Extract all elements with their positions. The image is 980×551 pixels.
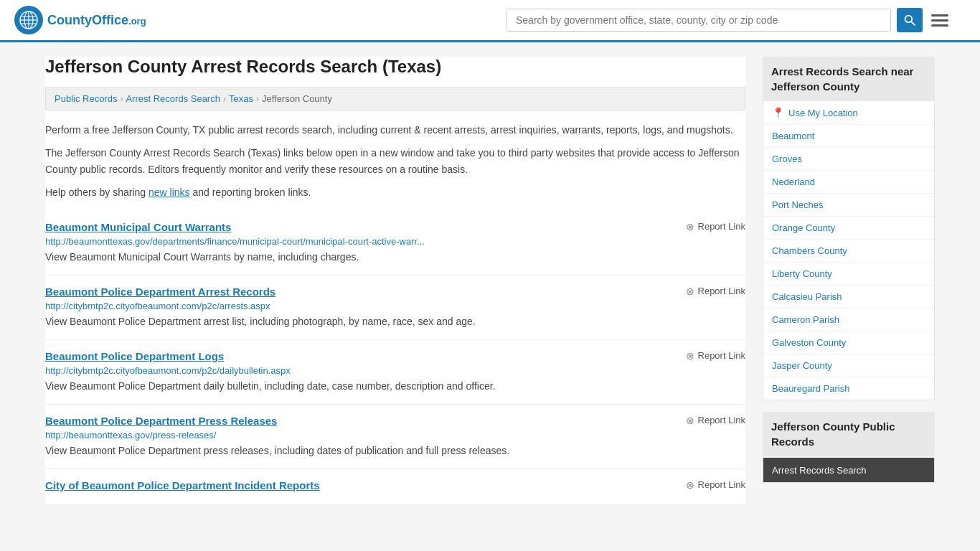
report-link-button[interactable]: ⊗ Report Link — [686, 415, 745, 426]
report-icon: ⊗ — [686, 415, 694, 426]
record-url[interactable]: http://citybmtp2c.cityofbeaumont.com/p2c… — [45, 301, 745, 311]
nearby-item[interactable]: Nederland — [763, 171, 934, 194]
use-location-link[interactable]: Use My Location — [788, 108, 858, 118]
svg-line-5 — [911, 22, 915, 25]
report-link-label: Report Link — [698, 415, 745, 425]
nearby-link[interactable]: Groves — [772, 154, 802, 164]
nearby-link[interactable]: Chambers County — [772, 245, 847, 256]
report-link-label: Report Link — [698, 350, 745, 361]
record-url[interactable]: http://beaumonttexas.gov/press-releases/ — [45, 430, 745, 441]
search-button[interactable] — [897, 8, 923, 32]
nearby-item[interactable]: Groves — [763, 148, 934, 171]
report-link-button[interactable]: ⊗ Report Link — [686, 479, 745, 491]
record-item: Beaumont Police Department Arrest Record… — [45, 276, 745, 340]
arrest-records-link[interactable]: Arrest Records Search — [772, 465, 867, 476]
breadcrumb: Public Records › Arrest Records Search ›… — [45, 87, 745, 110]
nearby-link[interactable]: Calcasieu Parish — [772, 291, 842, 302]
breadcrumb-public-records[interactable]: Public Records — [55, 93, 117, 104]
logo-text: CountyOffice.org — [47, 13, 146, 28]
report-icon: ⊗ — [686, 221, 694, 232]
record-desc: View Beaumont Police Department arrest l… — [45, 314, 745, 329]
nearby-item[interactable]: Cameron Parish — [763, 309, 934, 331]
record-desc: View Beaumont Police Department daily bu… — [45, 379, 745, 394]
report-icon: ⊗ — [686, 350, 694, 362]
svg-point-4 — [905, 16, 913, 23]
report-link-label: Report Link — [698, 221, 745, 232]
record-url[interactable]: http://beaumonttexas.gov/departments/fin… — [45, 236, 745, 247]
record-item: Beaumont Municipal Court Warrants ⊗ Repo… — [45, 211, 745, 276]
breadcrumb-arrest-records[interactable]: Arrest Records Search — [126, 93, 220, 104]
menu-button[interactable] — [928, 11, 951, 29]
desc-para2: The Jefferson County Arrest Records Sear… — [45, 145, 745, 177]
record-item: City of Beaumont Police Department Incid… — [45, 469, 745, 505]
record-title[interactable]: Beaumont Municipal Court Warrants — [45, 221, 231, 233]
menu-icon — [931, 14, 948, 17]
record-title[interactable]: City of Beaumont Police Department Incid… — [45, 479, 320, 491]
nearby-item[interactable]: Beauregard Parish — [763, 377, 934, 400]
report-link-label: Report Link — [698, 479, 745, 490]
nearby-link[interactable]: Liberty County — [772, 268, 832, 279]
nearby-item[interactable]: Liberty County — [763, 263, 934, 286]
nearby-item[interactable]: Orange County — [763, 217, 934, 240]
public-records-title: Jefferson County Public Records — [763, 412, 935, 456]
breadcrumb-texas[interactable]: Texas — [229, 93, 253, 104]
report-link-button[interactable]: ⊗ Report Link — [686, 286, 745, 297]
nearby-item[interactable]: Calcasieu Parish — [763, 286, 934, 309]
menu-icon — [931, 19, 948, 22]
desc-para1: Perform a free Jefferson County, TX publ… — [45, 122, 745, 138]
nearby-item[interactable]: Jasper County — [763, 354, 934, 377]
nearby-title: Arrest Records Search near Jefferson Cou… — [763, 57, 935, 101]
record-item: Beaumont Police Department Logs ⊗ Report… — [45, 340, 745, 405]
nearby-item[interactable]: Galveston County — [763, 331, 934, 354]
public-records-section: Jefferson County Public Records Arrest R… — [763, 412, 935, 483]
sidebar: Arrest Records Search near Jefferson Cou… — [763, 57, 935, 505]
report-link-label: Report Link — [698, 286, 745, 296]
desc-para3: Help others by sharing new links and rep… — [45, 184, 745, 200]
search-input[interactable] — [507, 9, 891, 32]
nearby-link[interactable]: Port Neches — [772, 199, 824, 210]
description: Perform a free Jefferson County, TX publ… — [45, 122, 745, 201]
public-records-body: Arrest Records Search — [763, 458, 935, 483]
record-desc: View Beaumont Police Department press re… — [45, 443, 745, 458]
report-link-button[interactable]: ⊗ Report Link — [686, 350, 745, 362]
record-title[interactable]: Beaumont Police Department Arrest Record… — [45, 286, 275, 298]
page-title: Jefferson County Arrest Records Search (… — [45, 57, 745, 77]
nearby-item[interactable]: Beaumont — [763, 125, 934, 148]
nearby-link[interactable]: Beauregard Parish — [772, 383, 849, 394]
nearby-link[interactable]: Beaumont — [772, 131, 814, 141]
record-title[interactable]: Beaumont Police Department Logs — [45, 350, 224, 362]
nearby-link[interactable]: Jasper County — [772, 360, 832, 371]
records-list: Beaumont Municipal Court Warrants ⊗ Repo… — [45, 211, 745, 505]
report-icon: ⊗ — [686, 286, 694, 297]
nearby-link[interactable]: Galveston County — [772, 337, 846, 348]
nearby-section: Arrest Records Search near Jefferson Cou… — [763, 57, 935, 400]
nearby-link[interactable]: Nederland — [772, 176, 815, 187]
report-link-button[interactable]: ⊗ Report Link — [686, 221, 745, 232]
breadcrumb-current: Jefferson County — [262, 93, 332, 104]
record-title[interactable]: Beaumont Police Department Press Release… — [45, 415, 277, 427]
nearby-link[interactable]: Orange County — [772, 222, 835, 233]
record-desc: View Beaumont Municipal Court Warrants b… — [45, 250, 745, 265]
arrest-records-search-item[interactable]: Arrest Records Search — [763, 458, 934, 482]
nearby-link[interactable]: Cameron Parish — [772, 314, 839, 325]
logo-icon — [14, 6, 43, 34]
nearby-item[interactable]: Chambers County — [763, 240, 934, 263]
nearby-list: 📍 Use My Location BeaumontGrovesNederlan… — [763, 101, 935, 400]
record-url[interactable]: http://citybmtp2c.cityofbeaumont.com/p2c… — [45, 365, 745, 376]
location-pin-icon: 📍 — [772, 107, 784, 118]
nearby-item[interactable]: Port Neches — [763, 194, 934, 217]
new-links-link[interactable]: new links — [149, 187, 190, 198]
menu-icon — [931, 24, 948, 27]
report-icon: ⊗ — [686, 479, 694, 491]
logo[interactable]: CountyOffice.org — [14, 6, 146, 34]
use-my-location[interactable]: 📍 Use My Location — [763, 101, 934, 125]
nearby-items: BeaumontGrovesNederlandPort NechesOrange… — [763, 125, 934, 400]
record-item: Beaumont Police Department Press Release… — [45, 405, 745, 469]
